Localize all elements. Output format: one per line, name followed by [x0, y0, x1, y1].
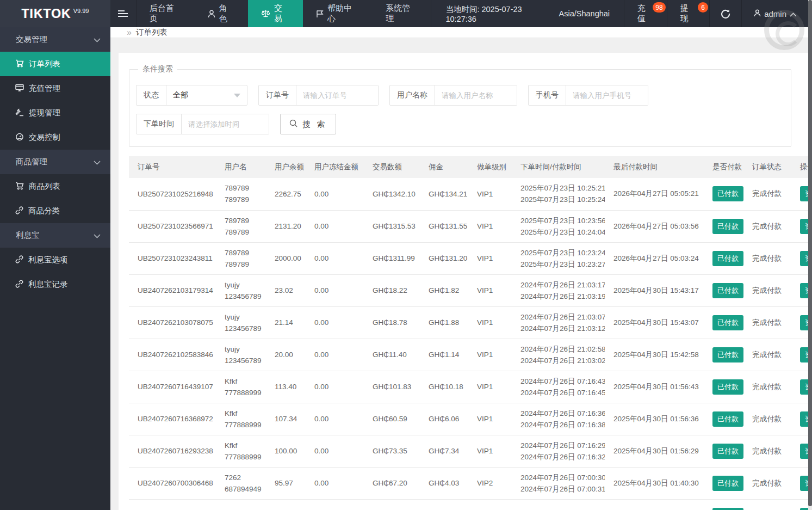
sidebar-group-product-management[interactable]: 商品管理 [0, 150, 110, 174]
scrollbar-thumb[interactable] [808, 0, 812, 506]
sidebar-item-withdraw-management[interactable]: 提现管理 [0, 101, 110, 125]
paid-status-badge: 已付款 [712, 315, 743, 330]
nav-item-system[interactable]: 系统管理 [373, 0, 431, 27]
link-icon [15, 255, 23, 265]
sidebar-group-trade-management[interactable]: 交易管理 [0, 27, 110, 52]
sidebar-group-interest-treasure[interactable]: 利息宝 [0, 223, 110, 248]
column-header: 下单时间/付款时间 [512, 156, 605, 178]
cell-commission: GH₵1.88 [420, 306, 468, 339]
funds-detail-button[interactable]: 资金 [800, 219, 809, 234]
refresh-icon[interactable] [709, 0, 741, 27]
status-filter: 状态 全部 [136, 85, 247, 106]
funds-detail-button[interactable]: 资金 [800, 315, 809, 330]
cell-order-time: 2025年07月23日 10:23:24 2025年07月23日 10:23:2… [512, 242, 605, 274]
cell-amount [364, 499, 420, 510]
funds-detail-button[interactable]: 资金 [800, 444, 809, 459]
cell-action: 资金 [791, 339, 809, 371]
sidebar-item-recharge-management[interactable]: 充值管理 [0, 76, 110, 101]
sidebar-item-interest-records[interactable]: 利息宝记录 [0, 272, 110, 297]
funds-detail-button[interactable]: 资金 [800, 347, 809, 362]
admin-menu[interactable]: admin [741, 0, 812, 27]
cell-level: VIP1 [468, 274, 512, 306]
order-time-filter: 下单时间 [136, 114, 269, 134]
cell-frozen: 0.00 [306, 210, 364, 242]
order-no-filter: 订单号 [258, 85, 379, 106]
chevron-up-icon [790, 9, 797, 19]
sidebar-item-order-list[interactable]: 订单列表 [0, 52, 110, 76]
table-row: UB2507231025216948 789789 789789 2262.75… [129, 178, 809, 210]
cell-frozen: 0.00 [306, 306, 364, 339]
username-input[interactable] [435, 85, 517, 105]
cell-last-pay-time: 2025年04月30日 15:43:17 [605, 274, 704, 306]
nav-item-roles[interactable]: 角色 [195, 0, 248, 27]
cell-level: VIP1 [468, 435, 512, 467]
cell-commission: GH₵7.34 [420, 435, 468, 467]
cell-frozen [306, 499, 364, 510]
phone-input[interactable] [566, 85, 648, 105]
gavel-icon [15, 108, 24, 118]
funds-detail-button[interactable]: 资金 [800, 476, 809, 491]
cell-paid: 已付款 [704, 403, 743, 435]
cell-order-time: 2025年07月23日 10:25:21 2025年07月23日 10:25:2… [512, 178, 605, 210]
cell-order-no: UB2407262102583846 [129, 339, 216, 371]
cell-frozen: 0.00 [306, 467, 364, 499]
nav-item-trade[interactable]: 交易 [248, 0, 303, 27]
select-caret-icon [234, 94, 240, 97]
cell-order-status: 完成付款 [743, 306, 791, 339]
cell-order-status: 完成付款 [743, 339, 791, 371]
recharge-button[interactable]: 充值 98 [624, 0, 667, 27]
cell-paid: 已付款 [704, 178, 743, 210]
cell-order-time: 2024年07月26日 07:16:43 2024年07月26日 07:16:4… [512, 371, 605, 403]
sidebar-item-interest-options[interactable]: 利息宝选项 [0, 248, 110, 272]
search-icon [289, 119, 298, 130]
cell-balance: 23.02 [266, 274, 306, 306]
sidebar-item-product-category[interactable]: 商品分类 [0, 199, 110, 223]
cell-username: Kfkf 777888999 [216, 371, 266, 403]
table-row: UB2407262103179314 tyujy 123456789 23.02… [129, 274, 809, 306]
cell-order-no: UB2407260716368972 [129, 403, 216, 435]
search-button[interactable]: 搜 索 [280, 114, 336, 134]
menu-toggle-icon[interactable] [110, 0, 137, 27]
withdraw-badge: 6 [698, 2, 708, 13]
column-header: 订单状态 [743, 156, 791, 178]
nav-item-help-center[interactable]: 帮助中心 [303, 0, 373, 27]
funds-detail-button[interactable]: 资金 [800, 411, 809, 427]
breadcrumb: » 订单列表 [110, 27, 812, 38]
cell-order-no: UB2407260700306468 [129, 467, 216, 499]
cell-commission [420, 499, 468, 510]
sidebar-item-product-list[interactable]: 商品列表 [0, 174, 110, 199]
cell-username: Kfkf 777888999 [216, 435, 266, 467]
table-row: UB2407260716293238 Kfkf 777888999 100.00… [129, 435, 809, 467]
nav-item-home[interactable]: 后台首页 [137, 0, 195, 27]
cart-icon [15, 182, 24, 192]
paid-status-badge: 已付款 [712, 347, 743, 362]
cell-order-time: 2024年07月26日 07:16:29 2024年07月26日 07:16:3… [512, 435, 605, 467]
sidebar-item-trade-control[interactable]: 交易控制 [0, 125, 110, 150]
cell-commission: GH₵131.55 [420, 210, 468, 242]
funds-detail-button[interactable]: 资金 [800, 251, 809, 266]
withdraw-button[interactable]: 提现 6 [667, 0, 710, 27]
column-header: 用户余额 [266, 156, 306, 178]
link-icon [15, 206, 23, 216]
username-filter: 用户名称 [389, 85, 517, 106]
cell-balance: 113.40 [266, 371, 306, 403]
cell-balance: 20.00 [266, 339, 306, 371]
cell-amount: GH₵1311.99 [364, 242, 420, 274]
cell-frozen: 0.00 [306, 178, 364, 210]
breadcrumb-arrows-icon: » [127, 28, 132, 38]
order-no-input[interactable] [296, 85, 378, 105]
cell-order-status: 完成付款 [743, 178, 791, 210]
funds-detail-button[interactable]: 资金 [800, 283, 809, 298]
funds-detail-button[interactable]: 资金 [800, 508, 809, 510]
funds-detail-button[interactable]: 资金 [800, 186, 809, 201]
cell-action: 资金 [791, 435, 809, 467]
cell-last-pay-time: 2025年04月30日 01:56:29 [605, 435, 704, 467]
paid-status-badge: 已付款 [712, 186, 743, 201]
table-row: UB2407260716368972 Kfkf 777888999 107.34… [129, 403, 809, 435]
status-select[interactable]: 全部 [166, 85, 247, 105]
order-time-input[interactable] [182, 114, 269, 134]
scales-icon [261, 9, 270, 18]
paid-status-badge: 已付款 [712, 411, 743, 427]
funds-detail-button[interactable]: 资金 [800, 379, 809, 395]
brand-name: TIKTOK [22, 7, 71, 21]
